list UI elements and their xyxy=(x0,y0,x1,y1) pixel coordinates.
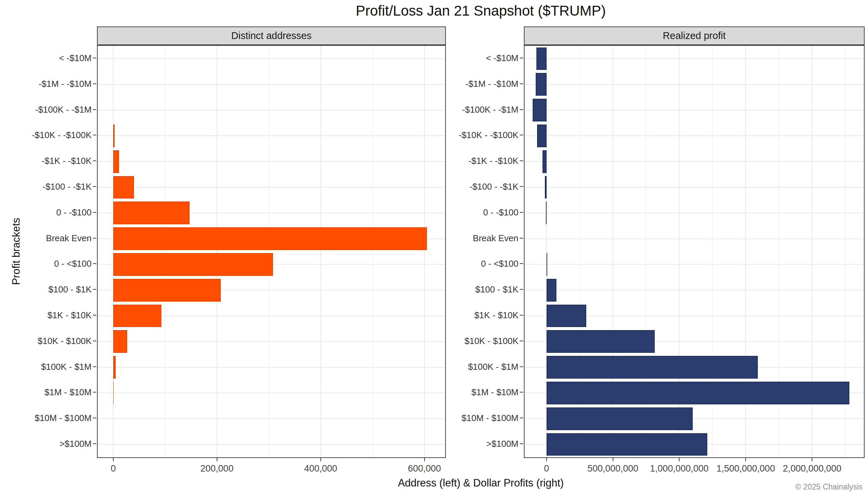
y-tick-mark xyxy=(93,315,96,315)
x-tick-mark xyxy=(113,458,114,462)
chart-page: Profit/Loss Jan 21 Snapshot ($TRUMP) Pro… xyxy=(0,0,868,497)
bar--1k-10k xyxy=(543,150,547,173)
x-tick-label: 1,500,000,000 xyxy=(717,464,775,474)
gridline-vertical-major xyxy=(217,46,217,457)
x-tick-mark xyxy=(613,458,613,462)
y-tick-label: $100K - $1M xyxy=(41,361,91,372)
gridline-horizontal xyxy=(98,187,445,188)
bar--1m-10m xyxy=(113,382,114,404)
gridline-horizontal xyxy=(525,136,864,136)
y-tick-label: -$100 - -$1K xyxy=(42,181,91,192)
y-tick-mark xyxy=(93,58,96,58)
gridline-horizontal xyxy=(98,58,445,59)
facet-strip-realized-profit: Realized profit xyxy=(524,27,865,45)
plot-area-realized-profit xyxy=(524,45,865,458)
gridline-horizontal xyxy=(525,290,864,290)
y-tick-label: $10K - $100K xyxy=(465,336,518,346)
y-tick-label: $1M - $10M xyxy=(44,387,91,398)
bar--100-1k xyxy=(545,176,547,199)
y-tick-mark xyxy=(520,263,523,264)
gridline-horizontal xyxy=(98,341,445,342)
y-tick-mark xyxy=(520,392,523,393)
y-tick-label: -$100K - -$1M xyxy=(35,104,91,115)
y-tick-mark xyxy=(520,238,523,239)
gridline-horizontal xyxy=(98,418,445,419)
bar--1m-10m xyxy=(547,382,849,404)
y-tick-mark xyxy=(520,135,523,136)
y-tick-label: >$100M xyxy=(59,439,91,449)
y-tick-label: $1K - $10K xyxy=(474,310,518,321)
bar--100k-1m xyxy=(533,99,547,122)
y-tick-mark xyxy=(520,315,523,315)
y-tick-label: >$100M xyxy=(486,439,518,449)
bar--100m xyxy=(547,433,707,456)
y-tick-label: $1K - $10K xyxy=(47,310,91,321)
y-tick-label: -$1M - -$10M xyxy=(39,79,91,89)
y-tick-mark xyxy=(520,212,523,213)
bar--10k-100k xyxy=(113,125,115,147)
gridline-vertical-minor xyxy=(268,46,269,457)
gridline-vertical-minor xyxy=(372,46,373,457)
x-tick-mark xyxy=(320,458,321,462)
gridline-horizontal xyxy=(525,213,864,213)
y-axis-labels-right: < -$10M-$1M - -$10M-$100K - -$1M-$10K - … xyxy=(446,45,524,458)
bar--100k-1m xyxy=(547,356,758,379)
gridline-horizontal xyxy=(525,161,864,162)
y-tick-mark xyxy=(93,160,96,161)
gridline-horizontal xyxy=(98,444,445,445)
y-tick-label: $10M - $100M xyxy=(461,413,518,423)
gridline-horizontal xyxy=(525,187,864,188)
x-tick-label: 400,000 xyxy=(304,464,337,474)
y-tick-mark xyxy=(520,289,523,290)
y-tick-mark xyxy=(93,135,96,136)
y-tick-label: 0 - -$100 xyxy=(56,207,91,217)
y-tick-label: 0 - <$100 xyxy=(54,258,91,269)
chart-title: Profit/Loss Jan 21 Snapshot ($TRUMP) xyxy=(97,3,865,19)
gridline-horizontal xyxy=(525,110,864,111)
x-tick-mark xyxy=(424,458,425,462)
x-tick-mark xyxy=(745,458,746,462)
panel-distinct-addresses: < -$10M-$1M - -$10M-$100K - -$1M-$10K - … xyxy=(97,27,446,482)
gridline-horizontal xyxy=(98,136,445,136)
gridline-vertical-minor xyxy=(165,46,165,457)
y-tick-mark xyxy=(93,289,96,290)
y-tick-mark xyxy=(520,186,523,187)
x-tick-label: 200,000 xyxy=(201,464,234,474)
y-tick-mark xyxy=(93,238,96,239)
y-tick-mark xyxy=(93,366,96,367)
gridline-horizontal xyxy=(98,84,445,85)
bar--10m-100m xyxy=(547,408,693,430)
bar-0-100 xyxy=(547,253,547,276)
y-tick-mark xyxy=(520,109,523,110)
y-tick-mark xyxy=(93,417,96,418)
gridline-horizontal xyxy=(525,239,864,239)
y-tick-mark xyxy=(93,109,96,110)
y-tick-mark xyxy=(93,83,96,84)
y-tick-label: 0 - -$100 xyxy=(483,207,518,217)
y-tick-label: -$1K - -$10K xyxy=(469,156,518,166)
bar-0-100 xyxy=(546,201,547,224)
y-tick-mark xyxy=(93,341,96,341)
bar--1k-10k xyxy=(113,150,119,173)
gridline-horizontal xyxy=(525,264,864,265)
y-tick-mark xyxy=(520,83,523,84)
y-tick-mark xyxy=(520,417,523,418)
gridline-vertical-major xyxy=(424,46,425,457)
y-tick-label: -$1M - -$10M xyxy=(466,79,518,89)
y-tick-label: Break Even xyxy=(46,233,91,243)
gridline-horizontal xyxy=(98,393,445,393)
y-tick-mark xyxy=(93,263,96,264)
gridline-horizontal xyxy=(98,161,445,162)
y-tick-label: $10K - $100K xyxy=(38,336,91,346)
x-tick-label: 600,000 xyxy=(408,464,441,474)
y-tick-mark xyxy=(93,443,96,444)
y-tick-label: -$100K - -$1M xyxy=(462,104,518,115)
bar-0-100 xyxy=(113,201,190,224)
x-tick-label: 1,000,000,000 xyxy=(650,464,709,474)
y-tick-label: $1M - $10M xyxy=(471,387,518,398)
bar--10k-100k xyxy=(113,330,127,353)
y-tick-mark xyxy=(520,160,523,161)
y-tick-label: -$10K - -$100K xyxy=(459,130,518,140)
bar-0-100 xyxy=(113,253,273,276)
y-tick-label: < -$10M xyxy=(59,53,91,63)
